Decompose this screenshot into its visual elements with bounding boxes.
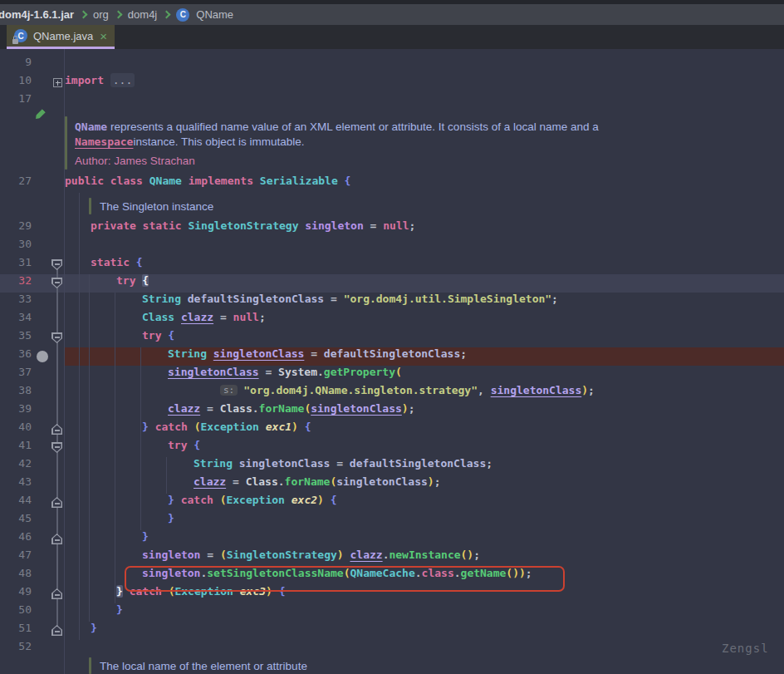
- fold-end-icon[interactable]: [51, 588, 62, 599]
- code-text[interactable]: singletonClass = System.getProperty(: [65, 366, 402, 384]
- line-number[interactable]: 39: [0, 402, 32, 421]
- edit-javadoc-pencil-icon[interactable]: [34, 109, 46, 121]
- line-number[interactable]: 47: [0, 549, 32, 567]
- breakpoint-icon[interactable]: [37, 351, 48, 362]
- breadcrumb-item-org[interactable]: org: [93, 8, 109, 21]
- code-line-38[interactable]: 38s:"org.dom4j.QName.singleton.strategy"…: [0, 384, 784, 402]
- code-text[interactable]: } catch (Exception exc2) {: [65, 494, 337, 512]
- line-number[interactable]: 17: [0, 92, 32, 111]
- code-line-50[interactable]: 50}: [0, 603, 784, 622]
- code-line-41[interactable]: 41try {: [0, 439, 784, 457]
- breadcrumb-item-dom4j[interactable]: dom4j: [128, 8, 157, 21]
- code-line-9[interactable]: 9: [0, 56, 784, 74]
- line-number[interactable]: 32: [0, 274, 32, 293]
- code-line-37[interactable]: 37singletonClass = System.getProperty(: [0, 366, 784, 384]
- line-number[interactable]: 44: [0, 494, 32, 512]
- line-number[interactable]: 27: [0, 175, 32, 193]
- breadcrumb-item-dom4j-1-6-1-jar[interactable]: dom4j-1.6.1.jar: [0, 8, 74, 21]
- code-text[interactable]: }: [65, 622, 97, 640]
- code-text[interactable]: singleton = (SingletonStrategy) clazz.ne…: [65, 549, 480, 567]
- code-line-48[interactable]: 48singleton.setSingletonClassName(QNameC…: [0, 567, 784, 585]
- line-number[interactable]: 10: [0, 74, 32, 92]
- code-line-39[interactable]: 39clazz = Class.forName(singletonClass);: [0, 402, 784, 421]
- code-text[interactable]: clazz = Class.forName(singletonClass);: [65, 475, 440, 494]
- line-number[interactable]: 41: [0, 439, 32, 457]
- code-text[interactable]: try {: [65, 274, 149, 293]
- code-text[interactable]: String singletonClass = defaultSingleton…: [65, 347, 467, 366]
- code-line-31[interactable]: 31static {: [0, 256, 784, 274]
- code-line-43[interactable]: 43clazz = Class.forName(singletonClass);: [0, 475, 784, 494]
- tab-qname-java[interactable]: C QName.java ×: [7, 25, 115, 49]
- code-text[interactable]: }: [65, 603, 123, 622]
- code-line-51[interactable]: 51}: [0, 622, 784, 640]
- code-text[interactable]: String singletonClass = defaultSingleton…: [65, 457, 492, 475]
- breadcrumb-item-qname[interactable]: QName: [196, 8, 233, 21]
- code-text[interactable]: public class QName implements Serializab…: [65, 175, 350, 193]
- code-line-42[interactable]: 42String singletonClass = defaultSinglet…: [0, 457, 784, 475]
- ide-window: dom4j-1.6.1.jarorgdom4jCQName C QName.ja…: [0, 0, 784, 674]
- line-number[interactable]: 33: [0, 293, 32, 311]
- line-number[interactable]: 9: [0, 56, 32, 74]
- code-line-34[interactable]: 34Class clazz = null;: [0, 311, 784, 329]
- line-number[interactable]: 50: [0, 603, 32, 622]
- fold-expand-icon[interactable]: [53, 78, 62, 87]
- code-line-46[interactable]: 46}: [0, 530, 784, 549]
- fold-start-icon[interactable]: [51, 332, 62, 343]
- code-line-17[interactable]: 17: [0, 92, 784, 111]
- code-text[interactable]: try {: [65, 329, 174, 347]
- close-tab-icon[interactable]: ×: [100, 30, 107, 42]
- line-number[interactable]: 49: [0, 585, 32, 603]
- code-line-30[interactable]: 30: [0, 238, 784, 256]
- code-text[interactable]: s:"org.dom4j.QName.singleton.strategy", …: [65, 384, 595, 402]
- code-line-29[interactable]: 29private static SingletonStrategy singl…: [0, 219, 784, 238]
- line-number[interactable]: 45: [0, 512, 32, 530]
- line-number[interactable]: 34: [0, 311, 32, 329]
- code-line-44[interactable]: 44} catch (Exception exc2) {: [0, 494, 784, 512]
- code-text[interactable]: }: [65, 512, 174, 530]
- code-text[interactable]: Class clazz = null;: [65, 311, 266, 329]
- code-text[interactable]: String defaultSingletonClass = "org.dom4…: [65, 293, 558, 311]
- line-number[interactable]: 48: [0, 567, 32, 585]
- line-number[interactable]: 52: [0, 640, 32, 658]
- line-number[interactable]: 40: [0, 421, 32, 439]
- line-number[interactable]: 51: [0, 622, 32, 640]
- code-text[interactable]: } catch (Exception exc3) {: [65, 585, 286, 603]
- line-number[interactable]: 46: [0, 530, 32, 549]
- line-number[interactable]: 42: [0, 457, 32, 475]
- code-text[interactable]: static {: [65, 256, 143, 274]
- line-number[interactable]: 36: [0, 347, 32, 366]
- line-number[interactable]: 38: [0, 384, 32, 402]
- code-text[interactable]: private static SingletonStrategy singlet…: [65, 219, 415, 238]
- fold-end-icon[interactable]: [51, 534, 62, 544]
- line-number[interactable]: 31: [0, 256, 32, 274]
- code-line-35[interactable]: 35try {: [0, 329, 784, 347]
- code-line-36[interactable]: 36String singletonClass = defaultSinglet…: [0, 347, 784, 366]
- code-line-47[interactable]: 47singleton = (SingletonStrategy) clazz.…: [0, 549, 784, 567]
- line-number[interactable]: 43: [0, 475, 32, 494]
- code-text[interactable]: singleton.setSingletonClassName(QNameCac…: [65, 567, 532, 585]
- code-line-52[interactable]: 52: [0, 640, 784, 658]
- code-line-45[interactable]: 45}: [0, 512, 784, 530]
- code-text[interactable]: }: [65, 530, 149, 549]
- fold-end-icon[interactable]: [51, 497, 62, 508]
- fold-start-icon[interactable]: [51, 259, 62, 270]
- code-line-49[interactable]: 49} catch (Exception exc3) {: [0, 585, 784, 603]
- fold-end-icon[interactable]: [51, 625, 62, 636]
- line-number[interactable]: 37: [0, 366, 32, 384]
- code-text[interactable]: } catch (Exception exc1) {: [65, 421, 311, 439]
- code-line-32[interactable]: 32try {: [0, 274, 784, 293]
- code-text[interactable]: import ...: [65, 74, 135, 92]
- line-number[interactable]: 35: [0, 329, 32, 347]
- line-number[interactable]: 30: [0, 238, 32, 256]
- code-text[interactable]: clazz = Class.forName(singletonClass);: [65, 402, 414, 421]
- code-line-10[interactable]: 10import ...: [0, 74, 784, 92]
- doc-link[interactable]: Namespace: [75, 135, 133, 148]
- code-text[interactable]: try {: [65, 439, 200, 457]
- fold-end-icon[interactable]: [51, 424, 62, 435]
- code-line-40[interactable]: 40} catch (Exception exc1) {: [0, 421, 784, 439]
- code-line-27[interactable]: 27public class QName implements Serializ…: [0, 175, 784, 193]
- line-number[interactable]: 29: [0, 219, 32, 238]
- code-line-33[interactable]: 33String defaultSingletonClass = "org.do…: [0, 293, 784, 311]
- fold-start-icon[interactable]: [51, 278, 62, 288]
- fold-start-icon[interactable]: [51, 442, 62, 453]
